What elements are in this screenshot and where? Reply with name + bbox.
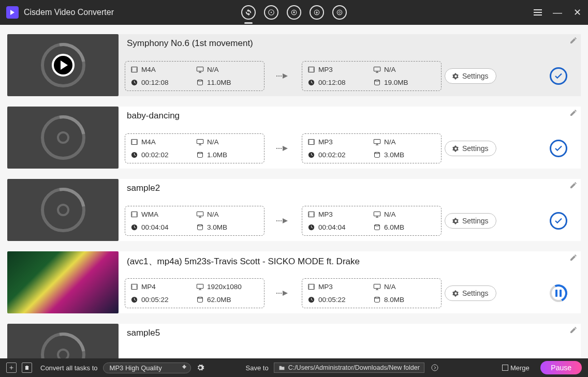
- ready-status-button[interactable]: [550, 67, 567, 85]
- app-logo: [6, 6, 19, 19]
- output-dur: 00:02:02: [307, 151, 370, 159]
- film-icon: [130, 138, 138, 146]
- rip-mode-icon[interactable]: [264, 5, 278, 20]
- item-title: sample5: [127, 328, 575, 338]
- edit-pencil-icon[interactable]: [569, 326, 578, 334]
- settings-button[interactable]: Settings: [445, 141, 496, 156]
- screen-icon: [196, 283, 204, 291]
- delete-button[interactable]: [22, 363, 32, 373]
- output-size: 19.0MB: [373, 79, 436, 86]
- play-icon[interactable]: [52, 54, 75, 77]
- conversion-item[interactable]: baby-dancingM4AN/A00:02:021.0MBMP3N/A00:…: [7, 107, 581, 169]
- save-path-input[interactable]: C:/Users/Administrator/Downloads/New fol…: [274, 363, 424, 373]
- output-size: 8.0MB: [373, 296, 436, 304]
- conversion-item[interactable]: Symphony No.6 (1st movement)M4AN/A00:12:…: [7, 34, 581, 96]
- conversion-item[interactable]: sample5: [7, 324, 581, 358]
- disk-icon: [196, 223, 204, 231]
- output-dur: 00:05:22: [307, 296, 370, 304]
- item-thumbnail[interactable]: [7, 179, 119, 241]
- source-size: 62.0MB: [196, 296, 259, 304]
- format-settings-button[interactable]: [196, 364, 204, 372]
- disk-icon: [196, 79, 204, 86]
- output-format-select[interactable]: MP3 High Quality: [103, 363, 191, 373]
- clock-icon: [307, 79, 315, 86]
- svg-point-4: [337, 10, 342, 14]
- item-body: Symphony No.6 (1st movement)M4AN/A00:12:…: [119, 34, 581, 96]
- item-body: sample5: [119, 324, 581, 358]
- output-res: N/A: [373, 138, 436, 146]
- item-body: (avc1、mp4a) 5m23s-Travis Scott - SICKO M…: [119, 251, 581, 313]
- minimize-button[interactable]: —: [553, 8, 562, 17]
- item-thumbnail[interactable]: [7, 324, 119, 358]
- source-format: WMA: [130, 210, 193, 218]
- menu-button[interactable]: [533, 8, 542, 17]
- clock-icon: [130, 296, 138, 304]
- app-title: Cisdem Video Converter: [24, 8, 114, 17]
- item-body: baby-dancingM4AN/A00:02:021.0MBMP3N/A00:…: [119, 107, 581, 169]
- film-icon: [307, 283, 315, 291]
- item-thumbnail[interactable]: [7, 107, 119, 169]
- merge-checkbox[interactable]: [502, 365, 508, 371]
- clock-icon: [307, 296, 315, 304]
- edit-mode-icon[interactable]: [332, 5, 347, 20]
- edit-pencil-icon[interactable]: [569, 181, 578, 189]
- edit-pencil-icon[interactable]: [569, 36, 578, 44]
- film-icon: [130, 66, 138, 73]
- clock-icon: [130, 223, 138, 231]
- screen-icon: [196, 210, 204, 218]
- open-folder-button[interactable]: [430, 363, 440, 373]
- save-to-label: Save to: [246, 364, 269, 372]
- settings-button[interactable]: Settings: [445, 68, 496, 84]
- output-format: MP3: [307, 66, 370, 73]
- footer-bar: Convert all tasks to MP3 High Quality Sa…: [0, 358, 588, 377]
- item-thumbnail[interactable]: [7, 251, 119, 313]
- output-info-box[interactable]: MP3N/A00:04:046.0MB: [302, 206, 442, 236]
- settings-button[interactable]: Settings: [445, 285, 496, 301]
- screen-icon: [373, 210, 381, 218]
- output-info-box[interactable]: MP3N/A00:05:228.0MB: [302, 278, 442, 308]
- merge-label: Merge: [510, 364, 530, 372]
- download-mode-icon[interactable]: [287, 5, 301, 20]
- ready-status-button[interactable]: [550, 140, 567, 157]
- output-size: 3.0MB: [373, 151, 436, 159]
- arrow-icon: [268, 145, 299, 152]
- disk-icon: [373, 296, 381, 304]
- convert-mode-icon[interactable]: [241, 5, 256, 20]
- source-size: 11.0MB: [196, 79, 259, 86]
- output-info-box[interactable]: MP3N/A00:12:0819.0MB: [302, 61, 442, 91]
- close-button[interactable]: ✕: [572, 8, 582, 17]
- clock-icon: [307, 151, 315, 159]
- source-info-box: M4AN/A00:12:0811.0MB: [125, 61, 264, 91]
- source-res: 1920x1080: [196, 283, 259, 291]
- item-thumbnail[interactable]: [7, 34, 119, 96]
- conversion-list: Symphony No.6 (1st movement)M4AN/A00:12:…: [0, 25, 588, 358]
- output-res: N/A: [373, 66, 436, 73]
- output-dur: 00:04:04: [307, 223, 370, 231]
- source-dur: 00:02:02: [130, 151, 193, 159]
- add-file-button[interactable]: [6, 363, 17, 373]
- settings-button[interactable]: Settings: [445, 213, 496, 229]
- disk-icon: [196, 151, 204, 159]
- edit-pencil-icon[interactable]: [569, 253, 578, 262]
- edit-pencil-icon[interactable]: [569, 109, 578, 117]
- screen-icon: [373, 283, 381, 291]
- clock-icon: [130, 151, 138, 159]
- clock-icon: [130, 79, 138, 86]
- source-format: M4A: [130, 66, 193, 73]
- output-format: MP3: [307, 210, 370, 218]
- pause-all-button[interactable]: Pause: [540, 361, 582, 374]
- ready-status-button[interactable]: [550, 212, 567, 230]
- output-info-box[interactable]: MP3N/A00:02:023.0MB: [302, 133, 442, 163]
- gear-icon: [452, 218, 459, 224]
- conversion-item[interactable]: (avc1、mp4a) 5m23s-Travis Scott - SICKO M…: [7, 251, 581, 313]
- item-title: baby-dancing: [127, 111, 575, 121]
- film-icon: [130, 283, 138, 291]
- source-res: N/A: [196, 210, 259, 218]
- film-icon: [307, 210, 315, 218]
- conversion-item[interactable]: sample2WMAN/A00:04:043.0MBMP3N/A00:04:04…: [7, 179, 581, 241]
- upload-mode-icon[interactable]: [310, 5, 324, 20]
- pause-status-button[interactable]: [550, 284, 567, 302]
- arrow-icon: [268, 290, 299, 297]
- output-res: N/A: [373, 210, 436, 218]
- disk-icon: [373, 151, 381, 159]
